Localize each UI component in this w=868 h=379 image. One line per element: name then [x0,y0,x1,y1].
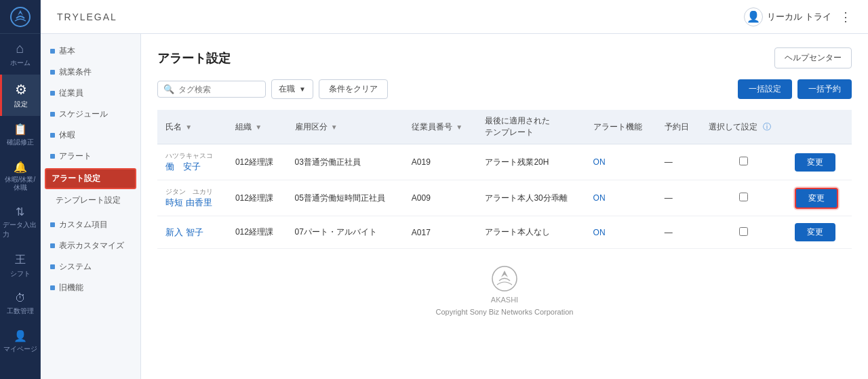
sidebar-item-employment-label: 就業条件 [59,66,92,78]
sidebar-item-display-label: 表示カスタマイズ [59,240,124,252]
chevron-down-icon: ▼ [299,85,306,93]
filter-row: 🔍 在職 ▼ 条件をクリア 一括設定 一括予約 [157,79,852,99]
app-logo [0,0,41,34]
nav-settings[interactable]: ⚙ 設定 [0,75,41,116]
row-checkbox-0[interactable] [739,157,748,165]
sidebar-item-system[interactable]: システム [41,256,140,277]
cell-org-1: 012経理課 [227,180,287,216]
shift-icon: 王 [15,253,26,267]
topbar-right: 👤 リーカル トライ ⋮ [744,7,852,26]
topbar: TRYLEGAL 👤 リーカル トライ ⋮ [41,0,868,34]
sort-emp-icon: ▼ [331,123,338,131]
cell-reservedate-2: — [656,216,701,249]
footer: AKASHI Copyright Sony Biz Networks Corpo… [157,249,852,321]
app-wrapper: TRYLEGAL 👤 リーカル トライ ⋮ 基本 就業条件 従業員 [41,0,868,379]
bulk-set-button[interactable]: 一括設定 [738,79,792,99]
left-navigation: ⌂ ホーム ⚙ 設定 📋 確認修正 🔔 休暇/休業/休職 ⇅ データ入出力 王 … [0,0,41,379]
bullet-icon [50,133,55,138]
bullet-icon [50,91,55,96]
sidebar-item-legacy[interactable]: 旧機能 [41,277,140,298]
cell-checkbox-0[interactable] [701,144,786,180]
sidebar-item-schedule[interactable]: スケジュール [41,104,140,125]
cell-template-2: アラート本人なし [477,216,585,249]
col-action [787,110,852,144]
sort-org-icon: ▼ [255,123,262,131]
nav-data-io[interactable]: ⇅ データ入出力 [0,199,41,246]
sidebar-item-holiday[interactable]: 休暇 [41,125,140,146]
cell-action-1: 変更 [787,180,852,216]
col-name[interactable]: 氏名 ▼ [157,110,227,144]
sidebar-item-basic-label: 基本 [59,45,75,57]
cell-empno-2: A017 [403,216,477,249]
nav-shift[interactable]: 王 シフト [0,246,41,285]
alert-nav-icon: 🔔 [14,161,27,174]
sidebar-item-basic[interactable]: 基本 [41,41,140,62]
sidebar-item-custom[interactable]: カスタム項目 [41,214,140,235]
change-button-0[interactable]: 変更 [795,153,835,172]
cell-alertfunc-1: ON [585,180,656,216]
sidebar-item-system-label: システム [59,261,92,273]
tag-search-input[interactable] [178,85,260,94]
bullet-icon [50,70,55,75]
change-button-1[interactable]: 変更 [795,188,838,209]
sidebar-item-schedule-label: スケジュール [59,108,108,120]
sidebar-item-legacy-label: 旧機能 [59,282,83,294]
change-button-2[interactable]: 変更 [795,223,835,241]
sidebar-item-alert-label: アラート [59,151,92,162]
help-button[interactable]: ヘルプセンター [774,47,852,68]
logo-icon [9,6,31,28]
cell-org-2: 012経理課 [227,216,287,249]
bullet-icon [50,112,55,117]
nav-home[interactable]: ⌂ ホーム [0,34,41,75]
cell-employment-0: 03普通労働正社員 [287,144,403,180]
col-emp-number[interactable]: 従業員番号 ▼ [403,110,477,144]
nav-alerts[interactable]: 🔔 休暇/休業/休職 [0,154,41,199]
sidebar-item-alert[interactable]: アラート [41,146,140,167]
sidebar-menu-panel: 基本 就業条件 従業員 スケジュール 休暇 アラート [41,34,141,379]
col-alert-func: アラート機能 [585,110,656,144]
sidebar-subitem-alert-settings[interactable]: アラート設定 [45,168,136,189]
col-reserve-date: 予約日 [656,110,701,144]
cell-action-2: 変更 [787,216,852,249]
settings-icon: ⚙ [15,81,27,98]
cell-reservedate-1: — [656,180,701,216]
nav-review[interactable]: 📋 確認修正 [0,116,41,154]
cell-reservedate-0: — [656,144,701,180]
sidebar-item-employees[interactable]: 従業員 [41,83,140,104]
bullet-icon [50,243,55,248]
sidebar-item-employees-label: 従業員 [59,87,83,99]
cell-checkbox-1[interactable] [701,180,786,216]
row-checkbox-1[interactable] [739,193,748,201]
bullet-icon [50,264,55,269]
sidebar-item-display[interactable]: 表示カスタマイズ [41,235,140,256]
more-options-icon[interactable]: ⋮ [840,9,852,24]
data-io-icon: ⇅ [16,205,24,218]
user-area[interactable]: 👤 リーカル トライ [744,7,831,26]
right-actions: 一括設定 一括予約 [738,79,852,99]
mypage-icon: 👤 [14,330,27,342]
sidebar-subitem-template-settings[interactable]: テンプレート設定 [41,191,140,210]
cell-name-1: ジタン ユカリ 時短 由香里 [157,180,227,216]
footer-logo: AKASHI [491,265,518,304]
cell-template-0: アラート残業20H [477,144,585,180]
search-icon: 🔍 [163,84,174,94]
sidebar-item-employment[interactable]: 就業条件 [41,62,140,83]
bullet-icon [50,154,55,159]
col-employment[interactable]: 雇用区分 ▼ [287,110,403,144]
bulk-reserve-button[interactable]: 一括予約 [797,79,852,99]
row-checkbox-2[interactable] [739,227,748,236]
search-box[interactable]: 🔍 [157,81,266,98]
review-icon: 📋 [14,123,27,136]
cell-template-1: アラート本人30分乖離 [477,180,585,216]
cell-alertfunc-0: ON [585,144,656,180]
nav-work-mgmt[interactable]: ⏱ 工数管理 [0,285,41,323]
sidebar-subitem-template-label: テンプレート設定 [56,195,121,205]
nav-mypage[interactable]: 👤 マイページ [0,323,41,361]
cell-name-0: ハツラキャスコ 働 安子 [157,144,227,180]
cell-empno-1: A009 [403,180,477,216]
topbar-title: TRYLEGAL [57,12,117,22]
col-org[interactable]: 組織 ▼ [227,110,287,144]
clear-filter-button[interactable]: 条件をクリア [319,79,388,99]
status-dropdown[interactable]: 在職 ▼ [271,79,313,99]
cell-checkbox-2[interactable] [701,216,786,249]
